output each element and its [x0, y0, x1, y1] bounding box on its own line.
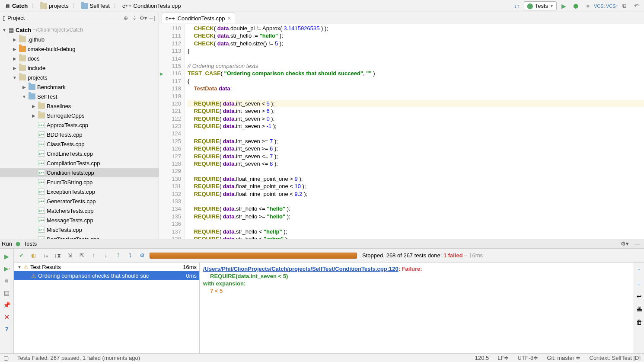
tree-item[interactable]: c++ConditionTests.cpp [0, 168, 159, 177]
next-fail-icon[interactable]: ↓ [101, 251, 111, 260]
collapse-all-icon[interactable]: ≑ [130, 14, 139, 22]
tree-item[interactable]: c++ClassTests.cpp [0, 139, 159, 149]
expand-icon[interactable]: ▼ [12, 75, 17, 80]
tree-item[interactable]: c++ExceptionTests.cpp [0, 187, 159, 196]
show-ignored-icon[interactable]: ◐ [29, 251, 38, 260]
editor-area: c++ ConditionTests.cpp × 110111112113114… [159, 12, 644, 239]
tree-item[interactable]: c++CmdLineTests.cpp [0, 149, 159, 158]
help-icon[interactable]: ? [3, 325, 11, 333]
rerun-failed-button[interactable]: ▶! [3, 264, 11, 273]
project-tree[interactable]: ▼▦ Catch ~/ClionProjects/Catch▶.github▶c… [0, 24, 159, 239]
vcs-revert-icon[interactable]: ↶ [631, 1, 641, 11]
tree-item[interactable]: ▼projects [0, 73, 159, 82]
tree-item-label: MessageTests.cpp [47, 217, 93, 224]
vcs-commit-icon[interactable]: VCS↑ [607, 1, 617, 11]
print-icon[interactable]: 🖶 [635, 305, 644, 314]
expand-icon[interactable]: ▶ [12, 56, 17, 61]
expand-icon[interactable]: ▶ [31, 113, 36, 118]
test-root-row[interactable]: ▼ ⚠ Test Results 16ms [14, 263, 199, 271]
export-icon[interactable]: ⤴ [113, 251, 123, 260]
settings-gear-icon[interactable]: ⚙▾ [139, 14, 147, 22]
tree-item[interactable]: ▶SurrogateCpps [0, 111, 159, 120]
scroll-bottom-icon[interactable]: ↓ [635, 279, 644, 288]
debug-button[interactable]: ⬢ [571, 1, 581, 11]
status-message: Tests Failed: 267 passed, 1 failed (mome… [17, 355, 140, 361]
expand-all-icon[interactable]: ⇲ [65, 251, 74, 260]
sort-duration-icon[interactable]: ↓⧗ [53, 251, 62, 260]
cpp-file-icon: c++ [38, 208, 45, 214]
hide-icon[interactable]: →| [147, 14, 156, 22]
clear-icon[interactable]: 🗑 [635, 318, 644, 327]
prev-fail-icon[interactable]: ↑ [89, 251, 99, 260]
line-separator[interactable]: LF≑ [497, 355, 509, 361]
show-passed-icon[interactable]: ✔ [16, 251, 26, 260]
tree-item[interactable]: ▶Benchmark [0, 82, 159, 92]
breadcrumb-item-root[interactable]: ▦Catch [3, 2, 29, 10]
soft-wrap-icon[interactable]: ↩ [635, 292, 644, 301]
caret-position[interactable]: 120:5 [475, 355, 489, 361]
layout-icon[interactable]: ▤ [3, 288, 11, 297]
close-tab-icon[interactable]: × [228, 15, 231, 22]
scroll-top-icon[interactable]: ↑ [635, 266, 644, 275]
tree-item[interactable]: ▶docs [0, 54, 159, 63]
vcs-history-icon[interactable]: ⧉ [619, 1, 629, 11]
tree-item[interactable]: c++BDDTests.cpp [0, 130, 159, 139]
expand-icon[interactable]: ▶ [12, 66, 17, 70]
tree-root[interactable]: ▼▦ Catch ~/ClionProjects/Catch [0, 25, 159, 35]
hide-run-icon[interactable]: — [633, 239, 642, 249]
rerun-button[interactable]: ▶ [3, 252, 11, 261]
run-tab[interactable]: Run [2, 240, 12, 247]
run-config-selector[interactable]: ⬤ Tests ▼ [524, 1, 557, 10]
tests-tab[interactable]: Tests [24, 240, 37, 247]
vcs-update-icon[interactable]: VCS↓ [595, 1, 605, 11]
run-button[interactable]: ▶ [558, 1, 569, 11]
tree-item-label: MatchersTests.cpp [47, 208, 93, 214]
test-settings-gear-icon[interactable]: ⚙▾ [620, 239, 629, 249]
tree-item[interactable]: c++CompilationTests.cpp [0, 158, 159, 168]
stop-button[interactable]: ■ [583, 1, 593, 11]
code-editor[interactable]: CHECK( data.double_pi != Approx( 3.14159… [185, 24, 644, 239]
tree-item-label: BDDTests.cpp [47, 131, 82, 138]
breadcrumb-item-file[interactable]: c++ConditionTests.cpp [121, 2, 183, 10]
tree-item[interactable]: c++ApproxTests.cpp [0, 120, 159, 130]
tree-item[interactable]: ▼SelfTest [0, 92, 159, 101]
close-icon[interactable]: ✕ [3, 313, 11, 321]
tree-item[interactable]: ▶.github [0, 35, 159, 44]
file-encoding[interactable]: UTF-8≑ [517, 355, 538, 361]
tree-item[interactable]: c++MatchersTests.cpp [0, 206, 159, 215]
test-gear-icon[interactable]: ⚙ [137, 251, 147, 260]
tree-item[interactable]: ▶Baselines [0, 101, 159, 111]
tree-item[interactable]: ▶cmake-build-debug [0, 44, 159, 54]
test-item-row[interactable]: ⚠ Ordering comparison checks that should… [14, 271, 199, 280]
tree-item[interactable]: c++MessageTests.cpp [0, 215, 159, 225]
tree-item[interactable]: c++PartTrackerTests.cpp [0, 234, 159, 239]
test-output-console[interactable]: /Users/Phil/ClionProjects/Catch/projects… [200, 263, 634, 353]
stop-tests-button[interactable]: ■ [3, 276, 11, 285]
sort-icon[interactable]: ↓ₐ [41, 251, 50, 260]
tree-item[interactable]: c++EnumToString.cpp [0, 177, 159, 187]
pin-icon[interactable]: 📌 [3, 301, 11, 309]
output-file-link[interactable]: /Users/Phil/ClionProjects/Catch/projects… [203, 266, 399, 272]
collapse-all-icon[interactable]: ⇱ [77, 251, 86, 260]
expand-icon[interactable]: ▶ [31, 104, 36, 109]
editor-tabs: c++ ConditionTests.cpp × [159, 12, 644, 24]
expand-icon[interactable]: ▶ [12, 47, 17, 51]
test-results-tree[interactable]: ▼ ⚠ Test Results 16ms ⚠ Ordering compari… [14, 263, 200, 353]
expand-icon[interactable]: ▼ [22, 94, 27, 99]
context-label[interactable]: Context: SelfTest [D] [590, 355, 641, 361]
update-project-icon[interactable]: ↓↑ [512, 1, 522, 11]
tree-item[interactable]: c++GeneratorTests.cpp [0, 196, 159, 206]
breadcrumb-item-selftest[interactable]: SelfTest [80, 2, 112, 10]
tree-item[interactable]: c++MiscTests.cpp [0, 225, 159, 234]
expand-icon[interactable]: ▶ [12, 37, 17, 42]
breadcrumb-item-projects[interactable]: projects [38, 2, 70, 10]
git-branch[interactable]: Git: master ≑ [547, 355, 580, 361]
tree-item[interactable]: ▶include [0, 63, 159, 73]
scroll-to-source-icon[interactable]: ⊕ [121, 14, 130, 22]
expand-icon[interactable]: ▶ [22, 85, 27, 90]
import-icon[interactable]: ⤵ [125, 251, 135, 260]
breadcrumb-bar: ▦Catch 〉 projects 〉 SelfTest 〉 c++Condit… [0, 0, 644, 12]
test-item-time: 0ms [186, 272, 199, 279]
editor-tab[interactable]: c++ ConditionTests.cpp × [162, 13, 235, 23]
line-number-gutter[interactable]: 110111112113114115▶116117118119120121122… [159, 24, 185, 239]
